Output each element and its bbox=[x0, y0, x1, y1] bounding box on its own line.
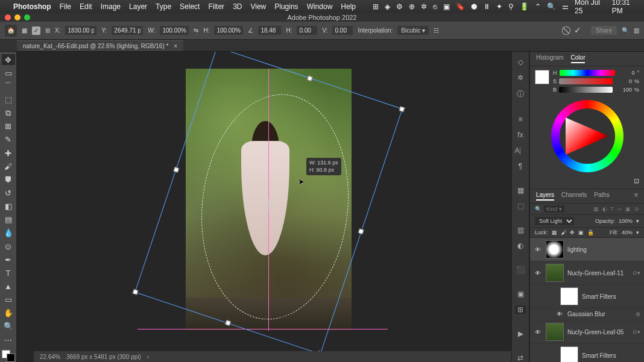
panel-icon[interactable]: ✲ bbox=[515, 73, 526, 82]
visibility-toggle[interactable]: 👁 bbox=[534, 246, 542, 253]
layer-thumbnail[interactable] bbox=[546, 323, 564, 341]
blend-mode-select[interactable]: Soft Light bbox=[535, 217, 574, 225]
lock-position-icon[interactable]: ✥ bbox=[570, 229, 575, 236]
opacity-value[interactable]: 100% bbox=[619, 218, 633, 224]
layer-row[interactable]: 👁 lighting bbox=[530, 238, 644, 261]
vskew-input[interactable] bbox=[332, 26, 353, 35]
panel-icon[interactable]: ▣ bbox=[515, 290, 526, 298]
shape-tool[interactable]: ▭ bbox=[2, 295, 15, 305]
status-icon[interactable]: ✲ bbox=[421, 2, 427, 11]
link-wh-icon[interactable]: ⇋ bbox=[194, 27, 198, 34]
sat-value[interactable]: 0 bbox=[615, 78, 632, 84]
stamp-tool[interactable]: ⛊ bbox=[2, 174, 15, 185]
filter-type-icon[interactable]: T bbox=[611, 206, 614, 212]
transform-handle[interactable] bbox=[399, 106, 405, 112]
wifi-icon[interactable]: ⚲ bbox=[508, 2, 514, 11]
w-input[interactable] bbox=[160, 26, 189, 35]
filter-pixel-icon[interactable]: ▦ bbox=[593, 206, 599, 212]
layer-name[interactable]: Nucly-Green-Leaf-11 bbox=[567, 270, 623, 276]
color-swatches[interactable] bbox=[2, 350, 15, 362]
status-icon[interactable]: 🔖 bbox=[456, 2, 465, 11]
status-icon[interactable]: ⎋ bbox=[433, 2, 437, 11]
filter-name[interactable]: Gaussian Blur bbox=[567, 311, 605, 317]
tab-histogram[interactable]: Histogram bbox=[536, 54, 564, 63]
frame-tool[interactable]: ⊠ bbox=[2, 121, 15, 132]
layer-row[interactable]: 👁 Nucly-Green-Leaf-11 ⊙▾ bbox=[530, 261, 644, 285]
workspace-icon[interactable]: ▥ bbox=[634, 27, 639, 34]
layer-name[interactable]: Smart Filters bbox=[582, 352, 616, 359]
filter-options-icon[interactable]: ⚙ bbox=[636, 311, 640, 317]
document-tab[interactable]: nature_Kat_-66-Edit.psd @ 22.6% (lightin… bbox=[17, 40, 183, 51]
blur-tool[interactable]: 💧 bbox=[2, 228, 15, 239]
tab-paths[interactable]: Paths bbox=[594, 192, 610, 201]
layer-row[interactable]: 👁 Nucly-Green-Leaf-05 ⊙▾ bbox=[530, 320, 644, 344]
window-minimize[interactable] bbox=[14, 14, 21, 20]
tab-layers[interactable]: Layers bbox=[536, 192, 554, 201]
layer-row[interactable]: Smart Filters bbox=[530, 344, 644, 362]
panel-icon[interactable]: ⊞ bbox=[515, 305, 526, 314]
history-brush-tool[interactable]: ↺ bbox=[2, 187, 15, 198]
visibility-toggle[interactable]: 👁 bbox=[534, 270, 542, 276]
reference-point-toggle[interactable]: ✓ bbox=[32, 27, 40, 35]
panel-icon[interactable]: ▥ bbox=[515, 226, 526, 234]
status-icon[interactable]: ⊞ bbox=[373, 2, 379, 11]
tab-color[interactable]: Color bbox=[571, 54, 586, 63]
filter-kind-select[interactable]: Kind ▾ bbox=[544, 205, 564, 213]
close-tab-icon[interactable]: × bbox=[174, 43, 177, 49]
doc-info[interactable]: 3669 px x 5481 px (300 ppi) bbox=[66, 354, 141, 360]
eyedropper-tool[interactable]: ✎ bbox=[2, 134, 15, 145]
color-wheel[interactable] bbox=[551, 100, 623, 172]
sat-slider[interactable] bbox=[559, 78, 613, 84]
angle-input[interactable] bbox=[258, 26, 281, 35]
transform-handle[interactable] bbox=[358, 228, 364, 234]
x-input[interactable] bbox=[65, 26, 96, 35]
canvas-area[interactable]: W: 131.6 px H: 90.8 px ➤ 22.64% 3669 px … bbox=[17, 52, 511, 362]
edit-toolbar[interactable]: ⋯ bbox=[2, 334, 15, 345]
bt-icon[interactable]: ⌃ bbox=[535, 2, 541, 11]
app-menu[interactable]: Photoshop bbox=[13, 2, 51, 11]
smart-filters-mask[interactable] bbox=[560, 346, 578, 362]
share-button[interactable]: Share bbox=[591, 26, 617, 35]
smart-filters-mask[interactable] bbox=[560, 287, 578, 305]
filter-smart-icon[interactable]: ▣ bbox=[625, 206, 631, 212]
layer-name[interactable]: Smart Filters bbox=[582, 293, 616, 300]
eraser-tool[interactable]: ◧ bbox=[2, 201, 15, 212]
warp-mode-icon[interactable]: ☷ bbox=[434, 27, 439, 34]
visibility-toggle[interactable]: 👁 bbox=[534, 329, 542, 335]
panel-menu-icon[interactable]: ≡ bbox=[634, 192, 638, 201]
panel-icon[interactable]: ⬛ bbox=[515, 266, 526, 274]
interpolation-select[interactable]: Bicubic ▾ bbox=[397, 26, 429, 35]
bri-slider[interactable] bbox=[559, 87, 613, 93]
hue-value[interactable]: 0 bbox=[617, 70, 634, 76]
menu-3d[interactable]: 3D bbox=[233, 2, 242, 11]
layer-name[interactable]: lighting bbox=[567, 246, 587, 253]
search-icon[interactable]: 🔍 bbox=[622, 27, 629, 34]
panel-icon[interactable]: A⎸ bbox=[515, 146, 526, 155]
transform-anchor-widget[interactable]: ▦ bbox=[22, 27, 27, 34]
brush-tool[interactable]: 🖌 bbox=[2, 161, 15, 172]
healing-tool[interactable]: ✚ bbox=[2, 148, 15, 158]
commit-transform-icon[interactable]: ✓ bbox=[574, 25, 581, 36]
move-tool[interactable]: ✥ bbox=[2, 54, 15, 65]
hand-tool[interactable]: ✋ bbox=[2, 308, 15, 319]
lock-transparency-icon[interactable]: ▦ bbox=[552, 229, 557, 236]
smart-object-badge[interactable]: ⊙▾ bbox=[633, 270, 640, 276]
filter-adjust-icon[interactable]: ◐ bbox=[602, 206, 607, 212]
path-select-tool[interactable]: ▲ bbox=[2, 281, 15, 292]
zoom-tool[interactable]: 🔍 bbox=[2, 321, 15, 332]
window-zoom[interactable] bbox=[24, 14, 30, 20]
filter-shape-icon[interactable]: ▱ bbox=[617, 206, 622, 212]
gradient-tool[interactable]: ▤ bbox=[2, 214, 15, 225]
menu-file[interactable]: File bbox=[60, 2, 71, 11]
battery-icon[interactable]: 🔋 bbox=[520, 2, 529, 11]
panel-icon[interactable]: ⬚ bbox=[515, 202, 526, 210]
status-icon[interactable]: ✦ bbox=[496, 2, 502, 11]
filter-toggle[interactable]: ⊘ bbox=[634, 206, 639, 212]
panel-icon[interactable]: ⓘ bbox=[515, 89, 526, 99]
h-input[interactable] bbox=[214, 26, 243, 35]
menu-layer[interactable]: Layer bbox=[129, 2, 147, 11]
lock-artboard-icon[interactable]: ▣ bbox=[578, 229, 584, 236]
menu-view[interactable]: View bbox=[250, 2, 266, 11]
panel-icon[interactable]: ≡ bbox=[515, 115, 526, 123]
menu-type[interactable]: Type bbox=[156, 2, 171, 11]
